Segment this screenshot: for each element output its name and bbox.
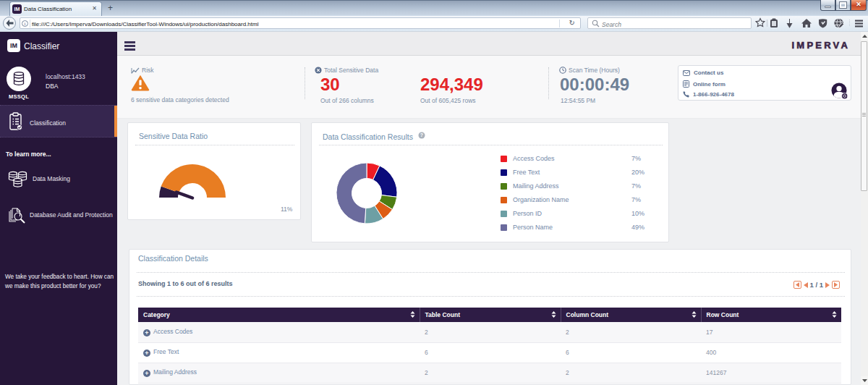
svg-text:?: ?	[420, 132, 423, 138]
